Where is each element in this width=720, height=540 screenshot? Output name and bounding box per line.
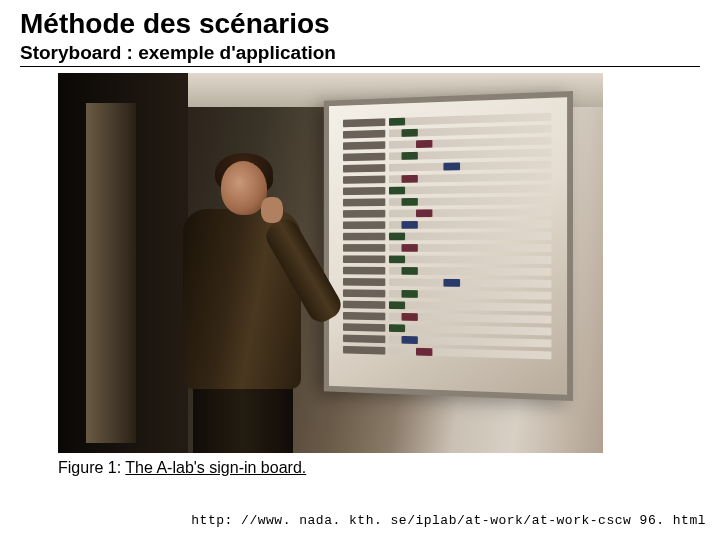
board-row [343,171,552,183]
figure-image [58,73,603,453]
board-row [343,288,552,299]
board-row [343,195,552,206]
figure-caption-text: The A-lab's sign-in board. [125,459,306,476]
source-url: http: //www. nada. kth. se/iplab/at-work… [191,513,706,528]
slide-title: Méthode des scénarios [20,8,700,40]
board-row [343,159,552,172]
board-row [343,300,552,312]
board-row [343,345,552,359]
figure-label: Figure 1: [58,459,125,476]
slide-subtitle: Storyboard : exemple d'application [20,42,700,67]
board-row [343,231,552,240]
image-person [163,153,303,453]
image-door-frame [86,103,138,443]
board-row [343,183,552,195]
slide: Méthode des scénarios Storyboard : exemp… [0,0,720,540]
signin-board [324,91,573,401]
board-row [343,311,552,324]
board-row [343,254,552,263]
signin-board-rows [336,105,559,386]
board-row [343,219,552,229]
board-row [343,277,552,288]
figure-caption: Figure 1: The A-lab's sign-in board. [58,459,700,477]
board-row [343,243,552,252]
board-row [343,207,552,218]
board-row [343,266,552,276]
